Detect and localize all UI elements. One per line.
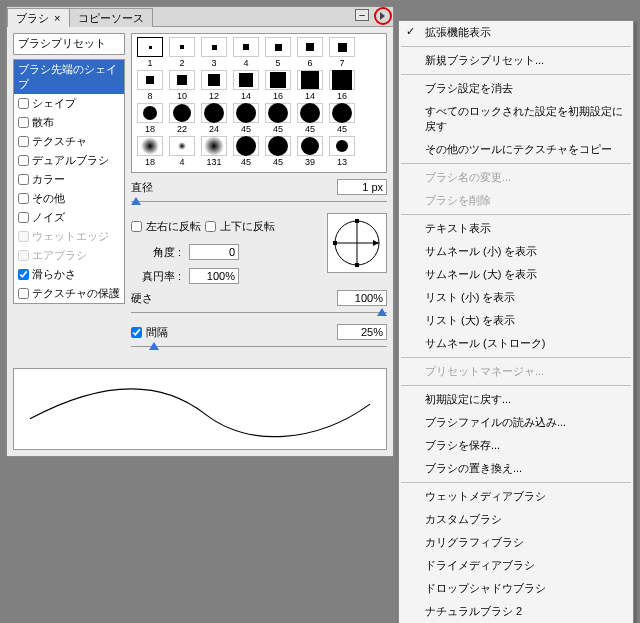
menu-item[interactable]: ブラシ設定を消去 xyxy=(399,77,633,100)
brush-thumb[interactable]: 45 xyxy=(295,103,325,134)
option-checkbox[interactable] xyxy=(18,193,29,204)
brush-thumb[interactable]: 4 xyxy=(167,136,197,167)
thumb-size: 45 xyxy=(231,157,261,167)
brush-thumb[interactable]: 45 xyxy=(231,136,261,167)
option-checkbox[interactable] xyxy=(18,155,29,166)
brush-presets-dropdown[interactable]: ブラシプリセット xyxy=(13,33,125,55)
option-item[interactable]: デュアルブラシ xyxy=(14,151,124,170)
diameter-slider[interactable] xyxy=(131,197,387,207)
option-label: 散布 xyxy=(32,115,54,130)
brush-thumb[interactable]: 4 xyxy=(231,37,261,68)
minimize-button[interactable]: – xyxy=(355,9,369,21)
menu-item[interactable]: ドライメディアブラシ xyxy=(399,554,633,577)
menu-item[interactable]: カスタムブラシ xyxy=(399,508,633,531)
brush-thumb[interactable]: 45 xyxy=(231,103,261,134)
menu-item[interactable]: その他のツールにテクスチャをコピー xyxy=(399,138,633,161)
option-checkbox[interactable] xyxy=(18,250,29,261)
menu-item[interactable]: ウェットメディアブラシ xyxy=(399,485,633,508)
brush-thumbnails[interactable]: 1234567810121416141618222445454545184131… xyxy=(131,33,387,173)
option-item[interactable]: カラー xyxy=(14,170,124,189)
diameter-input[interactable]: 1 px xyxy=(337,179,387,195)
menu-item[interactable]: 初期設定に戻す... xyxy=(399,388,633,411)
menu-item[interactable]: ドロップシャドウブラシ xyxy=(399,577,633,600)
menu-item[interactable]: ブラシの置き換え... xyxy=(399,457,633,480)
brush-thumb[interactable]: 16 xyxy=(327,70,357,101)
brush-thumb[interactable]: 13 xyxy=(327,136,357,167)
brush-thumb[interactable]: 5 xyxy=(263,37,293,68)
menu-item-label: テキスト表示 xyxy=(425,222,491,234)
menu-item[interactable]: テキスト表示 xyxy=(399,217,633,240)
flip-y-checkbox[interactable] xyxy=(205,221,216,232)
option-item[interactable]: その他 xyxy=(14,189,124,208)
option-item[interactable]: シェイプ xyxy=(14,94,124,113)
brush-thumb[interactable]: 16 xyxy=(263,70,293,101)
menu-item[interactable]: サムネール (ストローク) xyxy=(399,332,633,355)
menu-item[interactable]: すべてのロックされた設定を初期設定に戻す xyxy=(399,100,633,138)
brush-thumb[interactable]: 8 xyxy=(135,70,165,101)
menu-item-label: すべてのロックされた設定を初期設定に戻す xyxy=(425,105,623,132)
option-item[interactable]: テクスチャ xyxy=(14,132,124,151)
roundness-input[interactable]: 100% xyxy=(189,268,239,284)
option-item[interactable]: 散布 xyxy=(14,113,124,132)
brush-thumb[interactable]: 45 xyxy=(327,103,357,134)
menu-item: プリセットマネージャ... xyxy=(399,360,633,383)
option-item[interactable]: テクスチャの保護 xyxy=(14,284,124,303)
brush-thumb[interactable]: 14 xyxy=(231,70,261,101)
flyout-menu-button[interactable] xyxy=(377,10,389,22)
flip-x-checkbox[interactable] xyxy=(131,221,142,232)
spacing-input[interactable]: 25% xyxy=(337,324,387,340)
tab-clone-source[interactable]: コピーソース xyxy=(69,8,153,27)
option-item[interactable]: ブラシ先端のシェイプ xyxy=(14,60,124,94)
brush-thumb[interactable]: 18 xyxy=(135,136,165,167)
brush-thumb[interactable]: 22 xyxy=(167,103,197,134)
brush-thumb[interactable]: 7 xyxy=(327,37,357,68)
brush-thumb[interactable]: 1 xyxy=(135,37,165,68)
angle-input[interactable]: 0 xyxy=(189,244,239,260)
menu-item[interactable]: リスト (小) を表示 xyxy=(399,286,633,309)
option-item[interactable]: エアブラシ xyxy=(14,246,124,265)
brush-thumb[interactable]: 45 xyxy=(263,103,293,134)
brush-thumb[interactable]: 18 xyxy=(135,103,165,134)
brush-thumb[interactable]: 3 xyxy=(199,37,229,68)
tab-brush[interactable]: ブラシ × xyxy=(7,8,70,27)
menu-item[interactable]: ブラシを保存... xyxy=(399,434,633,457)
svg-rect-4 xyxy=(333,241,337,245)
menu-item[interactable]: サムネール (小) を表示 xyxy=(399,240,633,263)
option-checkbox[interactable] xyxy=(18,117,29,128)
menu-item-label: ウェットメディアブラシ xyxy=(425,490,546,502)
option-item[interactable]: ウェットエッジ xyxy=(14,227,124,246)
close-icon[interactable]: × xyxy=(54,12,60,24)
spacing-checkbox[interactable] xyxy=(131,327,142,338)
brush-thumb[interactable]: 45 xyxy=(263,136,293,167)
menu-item[interactable]: ✓拡張機能表示 xyxy=(399,21,633,44)
option-checkbox[interactable] xyxy=(18,231,29,242)
menu-item[interactable]: サムネール (大) を表示 xyxy=(399,263,633,286)
menu-item[interactable]: カリグラフィブラシ xyxy=(399,531,633,554)
angle-preview[interactable] xyxy=(327,213,387,273)
option-checkbox[interactable] xyxy=(18,174,29,185)
option-checkbox[interactable] xyxy=(18,212,29,223)
brush-thumb[interactable]: 39 xyxy=(295,136,325,167)
brush-thumb[interactable]: 131 xyxy=(199,136,229,167)
brush-thumb[interactable]: 6 xyxy=(295,37,325,68)
hardness-slider[interactable] xyxy=(131,308,387,318)
option-item[interactable]: 滑らかさ xyxy=(14,265,124,284)
brush-thumb[interactable]: 14 xyxy=(295,70,325,101)
hardness-input[interactable]: 100% xyxy=(337,290,387,306)
brush-thumb[interactable]: 10 xyxy=(167,70,197,101)
menu-item[interactable]: リスト (大) を表示 xyxy=(399,309,633,332)
option-label: カラー xyxy=(32,172,65,187)
option-checkbox[interactable] xyxy=(18,136,29,147)
option-checkbox[interactable] xyxy=(18,269,29,280)
menu-item[interactable]: 新規ブラシプリセット... xyxy=(399,49,633,72)
thumb-size: 14 xyxy=(295,91,325,101)
brush-thumb[interactable]: 24 xyxy=(199,103,229,134)
option-item[interactable]: ノイズ xyxy=(14,208,124,227)
option-checkbox[interactable] xyxy=(18,288,29,299)
menu-item[interactable]: ブラシファイルの読み込み... xyxy=(399,411,633,434)
spacing-slider[interactable] xyxy=(131,342,387,352)
menu-item[interactable]: ナチュラルブラシ 2 xyxy=(399,600,633,623)
brush-thumb[interactable]: 2 xyxy=(167,37,197,68)
option-checkbox[interactable] xyxy=(18,98,29,109)
brush-thumb[interactable]: 12 xyxy=(199,70,229,101)
